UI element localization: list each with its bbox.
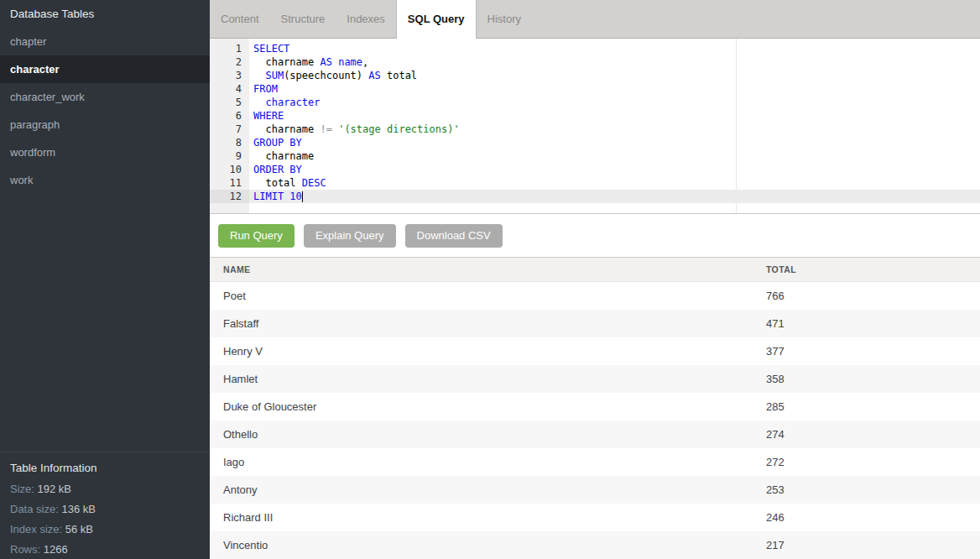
code-text: LIMIT 10 bbox=[249, 190, 980, 203]
main-panel: ContentStructureIndexesSQL QueryHistory … bbox=[210, 0, 980, 559]
cell-total: 272 bbox=[766, 456, 980, 468]
sql-editor[interactable]: 1SELECT2 charname AS name,3 SUM(speechco… bbox=[210, 39, 980, 214]
tab-structure[interactable]: Structure bbox=[270, 0, 336, 39]
table-info-row: Rows: 1266 bbox=[0, 540, 210, 559]
cell-name: Hamlet bbox=[223, 373, 766, 385]
explain-query-button[interactable]: Explain Query bbox=[304, 224, 396, 248]
sidebar-item-wordform[interactable]: wordform bbox=[0, 138, 210, 166]
code-line-7: 7 charname != '(stage directions)' bbox=[210, 123, 980, 136]
run-query-button[interactable]: Run Query bbox=[218, 224, 295, 248]
cell-name: Richard III bbox=[223, 511, 766, 524]
table-information-panel: Table Information Size: 192 kBData size:… bbox=[0, 452, 210, 559]
table-info-row: Index size: 56 kB bbox=[0, 520, 210, 540]
code-text: charname bbox=[249, 149, 980, 163]
cell-total: 285 bbox=[766, 400, 980, 413]
cell-name: Iago bbox=[223, 456, 766, 468]
table-info-value: 192 kB bbox=[38, 483, 71, 495]
tab-indexes[interactable]: Indexes bbox=[336, 0, 396, 39]
column-header-name[interactable]: NAME bbox=[223, 264, 766, 274]
line-number: 6 bbox=[210, 109, 249, 123]
code-text: WHERE bbox=[249, 109, 980, 123]
tab-content[interactable]: Content bbox=[210, 0, 270, 39]
table-info-value: 56 kB bbox=[65, 523, 93, 535]
cell-total: 377 bbox=[766, 345, 980, 358]
table-row[interactable]: Henry V377 bbox=[210, 337, 980, 365]
line-number: 4 bbox=[210, 82, 249, 96]
sidebar-item-work[interactable]: work bbox=[0, 166, 210, 194]
code-line-1: 1SELECT bbox=[210, 42, 980, 55]
line-number: 11 bbox=[210, 176, 249, 190]
cell-name: Henry V bbox=[223, 345, 766, 358]
code-line-10: 10ORDER BY bbox=[210, 163, 980, 176]
table-row[interactable]: Othello274 bbox=[210, 421, 980, 448]
code-line-11: 11 total DESC bbox=[210, 176, 980, 190]
cell-total: 766 bbox=[766, 290, 980, 302]
code-line-6: 6WHERE bbox=[210, 109, 980, 123]
code-line-9: 9 charname bbox=[210, 149, 980, 163]
table-info-label: Size: bbox=[10, 483, 38, 495]
cell-name: Othello bbox=[223, 428, 766, 441]
table-row[interactable]: Poet766 bbox=[210, 282, 980, 310]
table-row[interactable]: Hamlet358 bbox=[210, 365, 980, 393]
cell-total: 471 bbox=[766, 317, 980, 330]
tab-bar: ContentStructureIndexesSQL QueryHistory bbox=[210, 0, 980, 39]
download-csv-button[interactable]: Download CSV bbox=[405, 224, 503, 248]
code-text: FROM bbox=[249, 82, 980, 96]
code-text: SUM(speechcount) AS total bbox=[249, 69, 980, 82]
table-info-row: Size: 192 kB bbox=[0, 479, 210, 499]
line-number: 10 bbox=[210, 163, 249, 176]
code-text: charname AS name, bbox=[249, 55, 980, 69]
table-row[interactable]: Vincentio217 bbox=[210, 531, 980, 559]
table-row[interactable]: Iago272 bbox=[210, 448, 980, 476]
cell-name: Duke of Gloucester bbox=[223, 400, 766, 413]
line-number: 5 bbox=[210, 96, 249, 109]
table-list: chaptercharactercharacter_workparagraphw… bbox=[0, 28, 210, 194]
table-row[interactable]: Falstaff471 bbox=[210, 310, 980, 337]
code-text: charname != '(stage directions)' bbox=[249, 123, 980, 136]
line-number: 12 bbox=[210, 190, 249, 203]
line-number: 9 bbox=[210, 149, 249, 163]
results-table: Poet766Falstaff471Henry V377Hamlet358Duk… bbox=[210, 282, 980, 559]
sidebar-item-chapter[interactable]: chapter bbox=[0, 28, 210, 55]
tab-history[interactable]: History bbox=[477, 0, 532, 39]
line-number: 7 bbox=[210, 123, 249, 136]
table-info-row: Data size: 136 kB bbox=[0, 499, 210, 520]
code-text: SELECT bbox=[249, 42, 980, 55]
line-number: 8 bbox=[210, 136, 249, 149]
sidebar: Database Tables chaptercharactercharacte… bbox=[0, 0, 210, 559]
sidebar-item-paragraph[interactable]: paragraph bbox=[0, 111, 210, 138]
code-line-4: 4FROM bbox=[210, 82, 980, 96]
line-number: 2 bbox=[210, 55, 249, 69]
code-line-8: 8GROUP BY bbox=[210, 136, 980, 149]
table-info-label: Data size: bbox=[10, 503, 61, 515]
cell-total: 217 bbox=[766, 539, 980, 551]
text-cursor bbox=[302, 191, 303, 202]
code-text: character bbox=[249, 96, 980, 109]
sidebar-item-character_work[interactable]: character_work bbox=[0, 83, 210, 111]
table-row[interactable]: Duke of Gloucester285 bbox=[210, 393, 980, 421]
query-toolbar: Run Query Explain Query Download CSV bbox=[210, 214, 980, 257]
table-info-label: Index size: bbox=[10, 523, 65, 535]
column-header-total[interactable]: TOTAL bbox=[766, 264, 980, 274]
cell-total: 253 bbox=[766, 483, 980, 496]
table-row[interactable]: Richard III246 bbox=[210, 504, 980, 531]
tab-sql-query[interactable]: SQL Query bbox=[396, 0, 477, 39]
line-number: 3 bbox=[210, 69, 249, 82]
sidebar-title: Database Tables bbox=[0, 0, 210, 28]
line-number: 1 bbox=[210, 42, 249, 55]
editor-lines: 1SELECT2 charname AS name,3 SUM(speechco… bbox=[210, 39, 980, 203]
code-text: total DESC bbox=[249, 176, 980, 190]
cell-name: Vincentio bbox=[223, 539, 766, 551]
table-information-rows: Size: 192 kBData size: 136 kBIndex size:… bbox=[0, 479, 210, 559]
code-text: GROUP BY bbox=[249, 136, 980, 149]
sidebar-item-character[interactable]: character bbox=[0, 55, 210, 83]
table-row[interactable]: Antony253 bbox=[210, 476, 980, 504]
cell-total: 274 bbox=[766, 428, 980, 441]
code-line-2: 2 charname AS name, bbox=[210, 55, 980, 69]
results-header: NAME TOTAL bbox=[210, 257, 980, 282]
cell-total: 358 bbox=[766, 373, 980, 385]
code-line-3: 3 SUM(speechcount) AS total bbox=[210, 69, 980, 82]
table-info-value: 1266 bbox=[44, 543, 68, 556]
code-text: ORDER BY bbox=[249, 163, 980, 176]
table-information-title: Table Information bbox=[0, 452, 210, 479]
